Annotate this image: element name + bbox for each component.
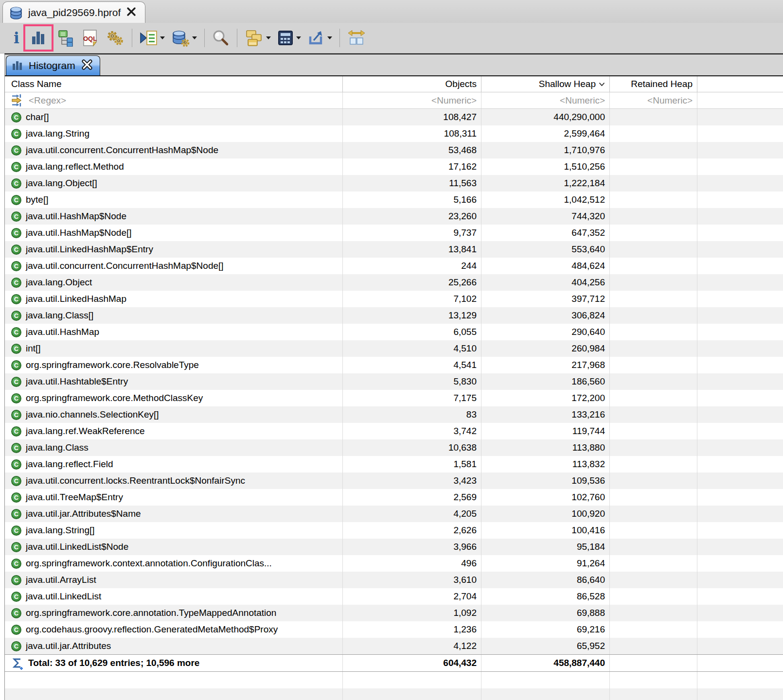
view-tab-close-icon[interactable] [81, 58, 93, 73]
class-icon: C [11, 608, 21, 618]
tab-histogram[interactable]: Histogram [6, 55, 100, 75]
table-row[interactable]: C org.springframework.core.annotation.Ty… [5, 605, 783, 621]
table-row[interactable]: C java.lang.ref.WeakReference 3,742 119,… [5, 423, 783, 439]
table-row[interactable]: C java.util.concurrent.locks.ReentrantLo… [5, 472, 783, 489]
class-icon: C [11, 426, 21, 437]
table-row[interactable]: C java.lang.reflect.Method 17,162 1,510,… [5, 158, 783, 175]
table-row[interactable]: C java.util.LinkedList 2,704 86,528 [5, 588, 783, 605]
table-row[interactable]: C java.util.HashMap 6,055 290,640 [5, 324, 783, 340]
table-row[interactable]: C char[] 108,427 440,290,000 [5, 109, 783, 125]
numeric-filter-field[interactable]: <Numeric> [610, 92, 697, 108]
shallow-heap-cell: 172,200 [481, 390, 610, 406]
objects-cell: 7,175 [343, 390, 481, 406]
table-row[interactable]: C byte[] 5,166 1,042,512 [5, 192, 783, 208]
settings-button[interactable] [102, 27, 127, 49]
retained-heap-cell [610, 423, 697, 439]
class-name-cell: java.util.HashMap [26, 327, 99, 337]
class-icon: C [11, 443, 21, 453]
retained-heap-cell [610, 390, 697, 406]
shallow-heap-cell: 69,216 [481, 621, 610, 638]
table-row[interactable]: C java.util.LinkedHashMap 7,102 397,712 [5, 291, 783, 307]
info-button[interactable]: i [11, 27, 22, 49]
table-row[interactable]: C java.lang.Class 10,638 113,880 [5, 439, 783, 456]
grouping-icon [245, 29, 264, 47]
regex-filter-field[interactable]: <Regex> [5, 92, 343, 108]
table-row[interactable]: C java.util.concurrent.ConcurrentHashMap… [5, 258, 783, 274]
histogram-button[interactable] [27, 27, 50, 49]
table-row[interactable]: C int[] 4,510 260,984 [5, 340, 783, 357]
table-row[interactable]: C org.springframework.core.MethodClassKe… [5, 390, 783, 406]
dropdown-arrow-icon[interactable] [327, 36, 332, 39]
table-row[interactable]: C java.util.TreeMap$Entry 2,569 102,760 [5, 489, 783, 506]
grouping-button[interactable] [242, 27, 274, 49]
heap-objects-icon [171, 29, 190, 47]
table-row[interactable]: C java.lang.String 108,311 2,599,464 [5, 125, 783, 142]
table-row[interactable]: C org.springframework.context.annotation… [5, 555, 783, 572]
class-name-cell: byte[] [26, 194, 48, 205]
table-row[interactable]: C java.lang.reflect.Field 1,581 113,832 [5, 456, 783, 472]
dropdown-arrow-icon[interactable] [296, 36, 301, 39]
objects-cell: 4,122 [343, 638, 481, 654]
class-icon: C [11, 575, 21, 585]
export-button[interactable] [304, 27, 335, 49]
column-header-shallow-heap[interactable]: Shallow Heap [481, 76, 610, 92]
class-icon: C [11, 228, 21, 238]
retained-heap-cell [610, 324, 697, 340]
table-row[interactable]: C java.util.LinkedHashMap$Entry 13,841 5… [5, 241, 783, 258]
table-row[interactable]: C java.lang.Object[] 11,563 1,222,184 [5, 175, 783, 192]
shallow-heap-cell: 133,216 [481, 406, 610, 423]
total-row[interactable]: Total: 33 of 10,629 entries; 10,596 more… [5, 654, 783, 672]
dropdown-arrow-icon[interactable] [266, 36, 271, 39]
retained-heap-cell [610, 588, 697, 605]
dropdown-arrow-icon[interactable] [160, 36, 165, 39]
table-row[interactable]: C java.lang.Object 25,266 404,256 [5, 274, 783, 291]
class-name-cell: java.util.LinkedHashMap$Entry [26, 244, 153, 255]
fit-columns-button[interactable] [344, 27, 369, 49]
calculator-button[interactable] [274, 27, 304, 49]
table-row[interactable]: C java.lang.String[] 2,626 100,416 [5, 522, 783, 539]
shallow-heap-cell: 100,416 [481, 522, 610, 539]
table-row[interactable]: C java.nio.channels.SelectionKey[] 83 13… [5, 406, 783, 423]
toolbar-separator [204, 29, 205, 47]
oql-button[interactable]: OQL [78, 27, 102, 49]
table-row[interactable]: C java.util.LinkedList$Node 3,966 95,184 [5, 539, 783, 555]
table-row[interactable]: C java.lang.Class[] 13,129 306,824 [5, 307, 783, 324]
class-icon: C [11, 360, 21, 370]
retained-heap-cell [610, 506, 697, 522]
table-row[interactable]: C java.util.concurrent.ConcurrentHashMap… [5, 142, 783, 158]
shallow-heap-cell: 404,256 [481, 274, 610, 291]
dominator-tree-button[interactable] [54, 27, 78, 49]
retained-heap-cell [610, 192, 697, 208]
column-header-class-name[interactable]: Class Name [5, 76, 343, 92]
retained-heap-cell [610, 175, 697, 192]
total-label: Total: 33 of 10,629 entries; 10,596 more [28, 658, 199, 668]
class-name-cell: java.lang.Class[] [26, 310, 93, 321]
table-row[interactable]: C java.util.Hashtable$Entry 5,830 186,56… [5, 373, 783, 390]
heap-objects-button[interactable] [168, 27, 200, 49]
column-header-objects[interactable]: Objects [343, 76, 481, 92]
retained-heap-cell [610, 208, 697, 225]
editor-tab-close-icon[interactable] [125, 6, 137, 19]
class-icon: C [11, 278, 21, 288]
main-toolbar: i OQL [0, 23, 783, 53]
class-icon: C [11, 195, 21, 205]
search-button[interactable] [209, 27, 232, 49]
table-row[interactable]: C org.codehaus.groovy.reflection.Generat… [5, 621, 783, 638]
table-row[interactable]: C java.util.HashMap$Node[] 9,737 647,352 [5, 225, 783, 241]
class-name-cell: org.springframework.core.annotation.Type… [26, 608, 276, 618]
dropdown-arrow-icon[interactable] [192, 36, 197, 39]
editor-tab-hprof[interactable]: java_pid29569.hprof [2, 1, 145, 23]
retained-heap-cell [610, 373, 697, 390]
query-browser-button[interactable] [137, 27, 168, 49]
column-header-retained-heap[interactable]: Retained Heap [610, 76, 697, 92]
table-row[interactable]: C java.util.HashMap$Node 23,260 744,320 [5, 208, 783, 225]
objects-cell: 1,092 [343, 605, 481, 621]
table-row[interactable]: C java.util.ArrayList 3,610 86,640 [5, 572, 783, 588]
table-row[interactable]: C java.util.jar.Attributes 4,122 65,952 [5, 638, 783, 654]
retained-heap-cell [610, 109, 697, 125]
numeric-filter-field[interactable]: <Numeric> [481, 92, 610, 108]
shallow-heap-cell: 86,528 [481, 588, 610, 605]
table-row[interactable]: C org.springframework.core.ResolvableTyp… [5, 357, 783, 373]
numeric-filter-field[interactable]: <Numeric> [343, 92, 481, 108]
table-row[interactable]: C java.util.jar.Attributes$Name 4,205 10… [5, 506, 783, 522]
